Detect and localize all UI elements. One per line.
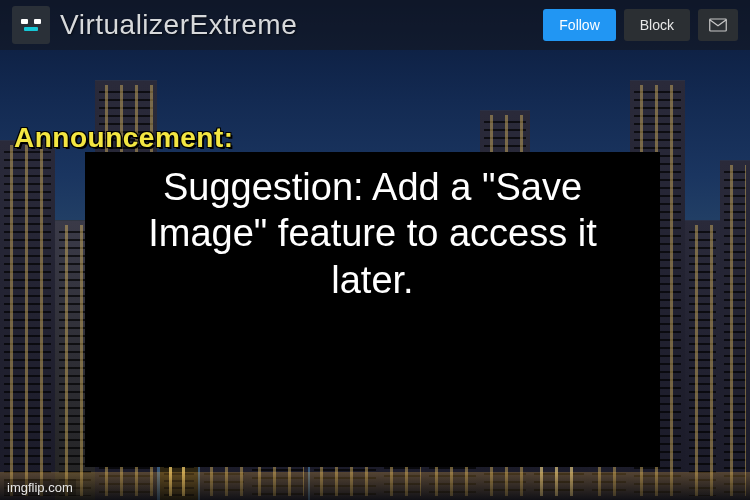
block-button[interactable]: Block bbox=[624, 9, 690, 41]
announcement-box: Suggestion: Add a "Save Image" feature t… bbox=[85, 152, 660, 467]
watermark: imgflip.com bbox=[4, 479, 76, 496]
message-button[interactable] bbox=[698, 9, 738, 41]
envelope-icon bbox=[709, 18, 727, 32]
avatar[interactable] bbox=[12, 6, 50, 44]
header-bar: VirtualizerExtreme Follow Block bbox=[0, 0, 750, 50]
announcement-label: Announcement: bbox=[14, 122, 234, 154]
announcement-text: Suggestion: Add a "Save Image" feature t… bbox=[113, 164, 632, 303]
username[interactable]: VirtualizerExtreme bbox=[60, 9, 297, 41]
svg-rect-0 bbox=[710, 19, 727, 31]
follow-button[interactable]: Follow bbox=[543, 9, 615, 41]
